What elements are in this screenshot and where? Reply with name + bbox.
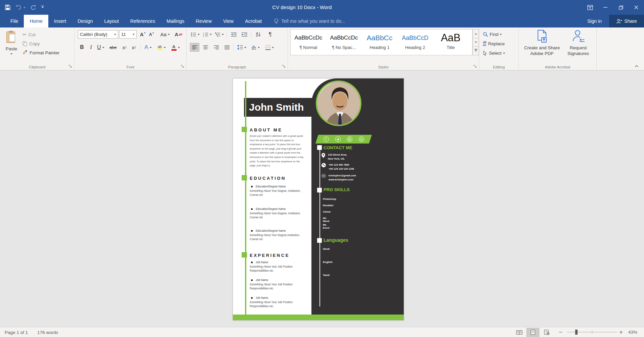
instagram-icon[interactable] [347,136,352,142]
tab-insert[interactable]: Insert [48,15,72,27]
borders-button[interactable] [263,43,276,52]
sort-button[interactable]: AZ [253,30,264,39]
education-item[interactable]: Education/Degree Name Something About Yo… [250,229,309,241]
tab-review[interactable]: Review [190,15,217,27]
web-layout-button[interactable] [540,328,553,337]
tab-references[interactable]: References [125,15,161,27]
page-indicator[interactable]: Page 1 of 1 [5,330,28,335]
find-button[interactable]: Find [483,30,502,38]
line-spacing-button[interactable] [236,43,248,52]
change-case-button[interactable]: Aa [159,30,171,39]
restore-button[interactable] [613,0,629,15]
facebook-icon[interactable]: f [324,136,329,142]
close-icon [634,5,638,9]
education-item[interactable]: Education/Degree Name Something About Yo… [250,208,309,219]
grow-font-icon: A [140,32,144,37]
show-formatting-marks-button[interactable]: ¶ [266,30,275,39]
close-button[interactable] [629,0,644,15]
education-item[interactable]: Education/Degree Name Something About Yo… [250,185,309,197]
font-name-select[interactable]: Calibri (Body) [78,30,118,39]
align-center-button[interactable] [201,43,210,52]
style-heading2[interactable]: AaBbCcD Heading 2 [397,30,433,55]
tab-design[interactable]: Design [72,15,98,27]
format-painter-button[interactable]: Format Painter [22,49,60,56]
bullets-button[interactable] [190,30,201,39]
style-no-spacing[interactable]: AaBbCcDc ¶ No Spac... [326,30,362,55]
share-button[interactable]: Share [609,15,644,27]
paste-button[interactable]: Paste [3,29,20,63]
strikethrough-button[interactable]: abe [107,43,119,52]
experience-item[interactable]: Job Name Something About Your Job Positi… [250,279,300,290]
experience-item[interactable]: Job Name Something About Your Job Positi… [250,296,300,308]
multilevel-list-button[interactable] [214,30,225,39]
create-share-pdf-button[interactable]: Create and Share Adobe PDF [522,29,562,63]
style-title[interactable]: AaB Title [433,30,468,55]
font-dialog-launcher[interactable] [181,65,185,68]
font-size-select[interactable]: 11 [119,30,137,39]
shrink-font-button[interactable]: A▼ [148,30,156,39]
styles-more-button[interactable] [473,47,479,55]
decrease-indent-button[interactable] [229,30,238,39]
style-normal[interactable]: AaBbCcDc ¶ Normal [291,30,326,55]
read-mode-button[interactable] [513,328,526,337]
collapse-ribbon-button[interactable] [635,65,639,67]
italic-button[interactable]: I [87,43,95,52]
clear-formatting-button[interactable]: A [174,30,183,39]
numbering-button[interactable]: 123 [202,30,213,39]
zoom-slider[interactable] [567,332,617,332]
styles-scroll-down-button[interactable] [473,38,479,47]
select-button[interactable]: Select [483,49,505,57]
shading-button[interactable] [249,43,262,52]
styles-group-label: Styles [288,65,479,69]
minimize-button[interactable] [598,0,613,15]
styles-dialog-launcher[interactable] [474,65,477,68]
about-text[interactable]: [Grab your reader's attention with a gre… [250,134,306,168]
bold-button[interactable]: B [78,43,86,52]
grow-font-button[interactable]: A▲ [139,30,147,39]
document-area[interactable]: John Smith f [0,70,644,327]
numbering-icon: 123 [203,32,208,37]
text-effects-button[interactable]: A [142,43,154,52]
justify-button[interactable] [222,43,232,52]
paragraph-dialog-launcher[interactable] [282,65,286,68]
word-count[interactable]: 176 words [37,330,58,335]
replace-button[interactable]: abac Replace [483,40,505,48]
clipboard-dialog-launcher[interactable] [69,65,72,68]
contact-address[interactable]: 143 Street Area,New York, US. [321,153,347,161]
experience-item[interactable]: Job Name Something About Your Job Positi… [250,261,300,273]
tab-layout[interactable]: Layout [98,15,125,27]
telegram-icon[interactable] [335,136,341,142]
increase-indent-button[interactable] [240,30,249,39]
zoom-slider-thumb[interactable] [575,330,578,335]
subscript-button[interactable]: x2 [120,43,129,52]
font-color-button[interactable]: A [169,43,182,52]
contact-email[interactable]: kristopher@gmail.comwww.kristopher.com [321,174,356,181]
tab-mailings[interactable]: Mailings [161,15,190,27]
underline-button[interactable]: U [95,43,106,52]
align-left-button[interactable] [190,43,199,52]
style-heading1[interactable]: AaBbCc Heading 1 [362,30,397,55]
print-layout-button[interactable] [527,328,539,337]
tell-me-box[interactable]: Tell me what you want to do... [274,15,345,27]
borders-icon [265,45,270,50]
multilevel-list-icon [215,32,220,37]
tab-acrobat[interactable]: Acrobat [239,15,267,27]
cut-button[interactable]: ✂ Cut [22,31,36,38]
superscript-button[interactable]: x2 [130,43,138,52]
ribbon-display-options-button[interactable] [582,0,598,15]
copy-button[interactable]: Copy [22,40,40,47]
contact-phone[interactable]: +00 123 456 7890+00 125 125 125 1256 [321,163,354,171]
sign-in-link[interactable]: Sign in [587,15,602,27]
whatsapp-icon[interactable] [359,136,364,142]
highlight-button[interactable]: ab [155,43,168,52]
styles-scroll-up-button[interactable] [473,29,479,38]
document-page[interactable]: John Smith f [233,78,404,320]
zoom-level[interactable]: 43% [628,327,637,337]
align-right-button[interactable] [211,43,221,52]
tab-file[interactable]: File [5,15,24,27]
tab-home[interactable]: Home [24,15,48,27]
zoom-in-button[interactable]: + [619,327,623,337]
zoom-out-button[interactable]: − [559,327,562,337]
request-signatures-button[interactable]: Request Signatures [563,29,593,63]
tab-view[interactable]: View [217,15,239,27]
